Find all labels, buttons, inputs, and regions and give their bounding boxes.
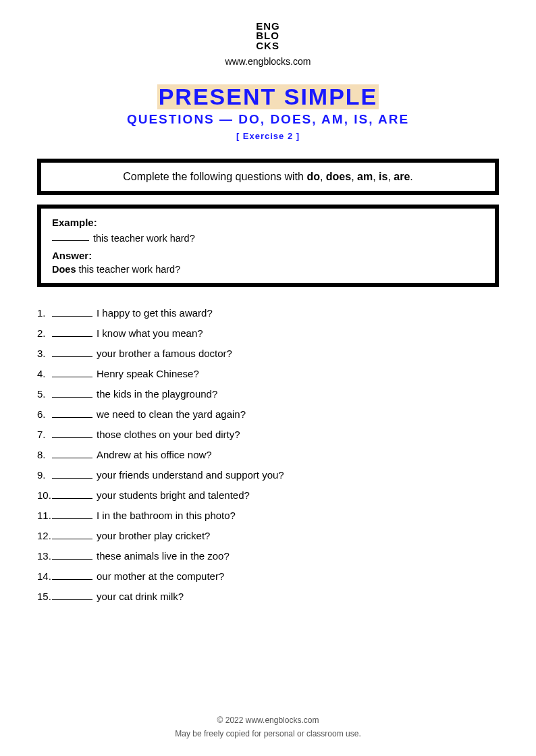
instruction-box: Complete the following questions with do…	[37, 159, 499, 195]
list-item: 10.your students bright and talented?	[37, 488, 499, 501]
answer-blank[interactable]	[52, 367, 92, 377]
question-number: 1.	[37, 307, 52, 319]
list-item: 8.Andrew at his office now?	[37, 448, 499, 460]
worksheet-page: ENG BLO CKS www.engblocks.com PRESENT SI…	[0, 0, 536, 756]
question-number: 11.	[37, 510, 52, 521]
instruction-word-1: does	[326, 171, 351, 182]
question-text: I happy to get this award?	[97, 307, 213, 319]
instruction-word-2: am	[357, 171, 373, 182]
logo-line-3: CKS	[256, 41, 280, 51]
page-footer: © 2022 www.engblocks.com May be freely c…	[37, 716, 499, 756]
question-text: the kids in the playground?	[97, 388, 217, 400]
list-item: 3.your brother a famous doctor?	[37, 346, 499, 359]
list-item: 11.I in the bathroom in this photo?	[37, 508, 499, 521]
example-box: Example: this teacher work hard? Answer:…	[37, 205, 499, 288]
answer-blank[interactable]	[52, 448, 92, 458]
question-text: your brother play cricket?	[97, 530, 210, 541]
instruction-prefix: Complete the following questions with	[123, 171, 306, 182]
question-text: our mother at the computer?	[97, 570, 224, 582]
list-item: 4.Henry speak Chinese?	[37, 367, 499, 379]
question-number: 2.	[37, 327, 52, 339]
answer-blank[interactable]	[52, 569, 92, 580]
question-text: Andrew at his office now?	[97, 449, 212, 460]
answer-blank[interactable]	[52, 468, 92, 479]
answer-blank[interactable]	[52, 589, 92, 600]
instruction-word-3: is	[379, 171, 387, 182]
list-item: 2.I know what you mean?	[37, 326, 499, 339]
answer-label: Answer:	[52, 250, 484, 261]
list-item: 1.I happy to get this award?	[37, 306, 499, 319]
page-title: PRESENT SIMPLE	[157, 84, 379, 109]
question-number: 12.	[37, 530, 52, 541]
question-text: those clothes on your bed dirty?	[97, 429, 240, 440]
question-text: I know what you mean?	[97, 327, 203, 339]
question-text: I in the bathroom in this photo?	[97, 510, 236, 521]
question-number: 4.	[37, 368, 52, 379]
question-number: 6.	[37, 408, 52, 420]
logo-block: ENG BLO CKS	[37, 22, 499, 52]
footer-license: May be freely copied for personal or cla…	[37, 729, 499, 738]
answer-blank[interactable]	[52, 427, 92, 438]
page-subtitle: QUESTIONS — DO, DOES, AM, IS, ARE	[37, 112, 499, 127]
question-text: we need to clean the yard again?	[97, 408, 246, 420]
question-number: 3.	[37, 348, 52, 359]
list-item: 12.your brother play cricket?	[37, 529, 499, 541]
example-question-text: this teacher work hard?	[93, 232, 195, 243]
example-answer-bold: Does	[52, 264, 76, 275]
list-item: 7.those clothes on your bed dirty?	[37, 427, 499, 440]
question-number: 15.	[37, 591, 52, 602]
answer-blank[interactable]	[52, 326, 92, 337]
question-number: 13.	[37, 550, 52, 562]
answer-blank[interactable]	[52, 346, 92, 357]
example-label: Example:	[52, 217, 484, 228]
answer-blank[interactable]	[52, 407, 92, 418]
list-item: 6.we need to clean the yard again?	[37, 407, 499, 420]
question-text: your brother a famous doctor?	[97, 348, 232, 359]
question-number: 7.	[37, 429, 52, 440]
website-url: www.engblocks.com	[37, 56, 499, 67]
answer-blank[interactable]	[52, 508, 92, 519]
list-item: 15.your cat drink milk?	[37, 589, 499, 602]
questions-list: 1.I happy to get this award? 2.I know wh…	[37, 306, 499, 610]
answer-blank[interactable]	[52, 387, 92, 398]
list-item: 9.your friends understand and support yo…	[37, 468, 499, 481]
answer-blank[interactable]	[52, 549, 92, 560]
answer-blank[interactable]	[52, 529, 92, 539]
question-number: 9.	[37, 469, 52, 481]
question-number: 14.	[37, 570, 52, 582]
instruction-suffix: .	[410, 171, 412, 182]
logo: ENG BLO CKS	[256, 22, 280, 51]
example-answer-line: Does this teacher work hard?	[52, 264, 484, 275]
exercise-number: [ Exercise 2 ]	[37, 131, 499, 141]
list-item: 5.the kids in the playground?	[37, 387, 499, 400]
example-blank	[52, 231, 89, 242]
question-text: your cat drink milk?	[97, 591, 184, 602]
question-text: your students bright and talented?	[97, 489, 250, 501]
answer-blank[interactable]	[52, 306, 92, 317]
footer-copyright: © 2022 www.engblocks.com	[37, 716, 499, 725]
list-item: 14.our mother at the computer?	[37, 569, 499, 582]
question-number: 5.	[37, 388, 52, 400]
heading-block: PRESENT SIMPLE QUESTIONS — DO, DOES, AM,…	[37, 84, 499, 141]
instruction-words: do, does, am, is, are	[306, 171, 410, 182]
answer-blank[interactable]	[52, 488, 92, 499]
instruction-word-0: do	[306, 171, 320, 182]
example-question-line: this teacher work hard?	[52, 231, 484, 244]
question-text: these animals live in the zoo?	[97, 550, 230, 562]
question-text: Henry speak Chinese?	[97, 368, 199, 379]
question-number: 8.	[37, 449, 52, 460]
list-item: 13.these animals live in the zoo?	[37, 549, 499, 562]
example-answer-rest: this teacher work hard?	[76, 264, 180, 275]
question-number: 10.	[37, 489, 52, 501]
instruction-word-4: are	[394, 171, 410, 182]
question-text: your friends understand and support you?	[97, 469, 284, 481]
